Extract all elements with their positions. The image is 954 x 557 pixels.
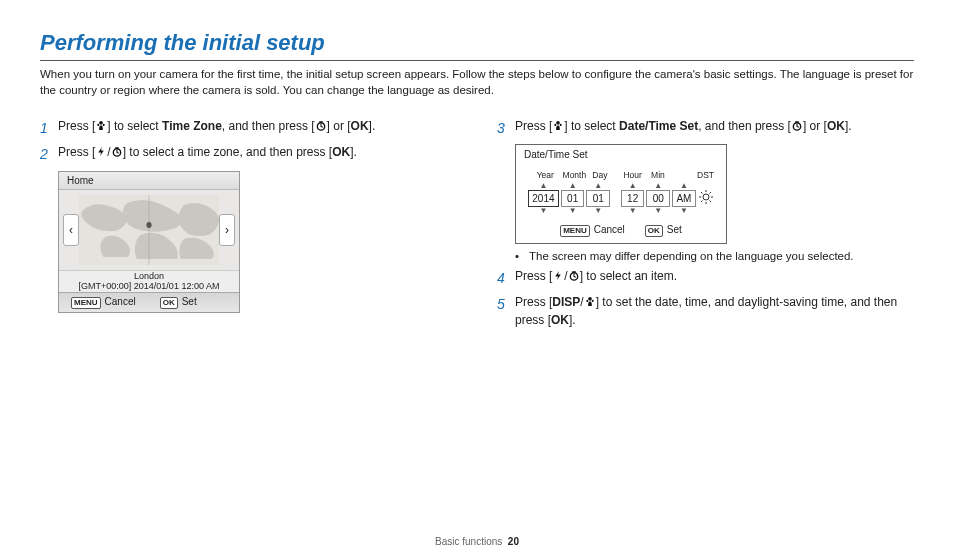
step-number: 2 (40, 144, 58, 164)
cancel-button[interactable]: MENUCancel (71, 296, 136, 309)
timer-icon (791, 120, 803, 131)
cancel-button[interactable]: MENUCancel (560, 224, 625, 237)
timezone-title: Home (59, 172, 239, 190)
svg-line-13 (701, 201, 703, 203)
world-map-svg (79, 195, 219, 265)
datetime-title: Date/Time Set (516, 145, 726, 164)
svg-line-12 (709, 201, 711, 203)
intro-text: When you turn on your camera for the fir… (40, 67, 914, 98)
month-spinner[interactable]: ▲01▼ (561, 182, 585, 215)
step-5: 5 Press [DISP/] to set the date, time, a… (497, 294, 914, 329)
step-number: 1 (40, 118, 58, 138)
day-spinner[interactable]: ▲01▼ (586, 182, 610, 215)
menu-label-icon: MENU (560, 225, 590, 237)
ampm-spinner[interactable]: ▲AM▼ (672, 182, 696, 215)
menu-label-icon: MENU (71, 297, 101, 309)
flash-icon (552, 270, 564, 281)
svg-line-14 (709, 192, 711, 194)
left-column: 1 Press [] to select Time Zone, and then… (40, 118, 457, 335)
timezone-footer: MENUCancel OKSet (59, 292, 239, 312)
timer-icon (315, 120, 327, 131)
dst-toggle[interactable] (698, 180, 714, 216)
ok-icon: OK (551, 313, 569, 327)
timezone-gmt: [GMT+00:00] 2014/01/01 12:00 AM (59, 282, 239, 292)
ok-icon: OK (332, 145, 350, 159)
timer-icon (111, 146, 123, 157)
disp-icon: DISP (552, 295, 580, 309)
datetime-row: ▲2014▼ ▲01▼ ▲01▼ ▲12▼ ▲00▼ ▲AM▼ (516, 180, 726, 220)
ok-label-icon: OK (160, 297, 178, 309)
map-left-arrow[interactable]: ‹ (63, 214, 79, 246)
step-2: 2 Press [/] to select a time zone, and t… (40, 144, 457, 164)
page-footer: Basic functions 20 (0, 536, 954, 547)
set-button[interactable]: OKSet (645, 224, 682, 237)
step-number: 5 (497, 294, 515, 329)
map-right-arrow[interactable]: › (219, 214, 235, 246)
timezone-city-block: London [GMT+00:00] 2014/01/01 12:00 AM (59, 270, 239, 293)
min-spinner[interactable]: ▲00▼ (646, 182, 670, 215)
flash-icon (95, 146, 107, 157)
world-map: ‹ › (59, 190, 239, 270)
datetime-screenshot: Date/Time Set Year Month Day Hour Min DS… (515, 144, 727, 244)
svg-point-6 (703, 194, 709, 200)
year-spinner[interactable]: ▲2014▼ (528, 182, 559, 215)
right-column: 3 Press [] to select Date/Time Set, and … (497, 118, 914, 335)
note-bullet: • The screen may differ depending on the… (515, 250, 914, 262)
macro-icon (95, 120, 107, 131)
ok-icon: OK (827, 119, 845, 133)
svg-line-11 (701, 192, 703, 194)
step-4: 4 Press [/] to select an item. (497, 268, 914, 288)
macro-icon (552, 120, 564, 131)
sun-icon (699, 190, 713, 204)
page-title: Performing the initial setup (40, 30, 914, 56)
step-number: 4 (497, 268, 515, 288)
hour-spinner[interactable]: ▲12▼ (621, 182, 645, 215)
macro-icon (584, 296, 596, 307)
datetime-footer: MENUCancel OKSet (516, 220, 726, 243)
datetime-headers: Year Month Day Hour Min DST (516, 164, 726, 180)
step-number: 3 (497, 118, 515, 138)
set-button[interactable]: OKSet (160, 296, 197, 309)
svg-point-4 (146, 222, 151, 228)
title-rule (40, 60, 914, 61)
step-1: 1 Press [] to select Time Zone, and then… (40, 118, 457, 138)
step-3: 3 Press [] to select Date/Time Set, and … (497, 118, 914, 138)
ok-icon: OK (351, 119, 369, 133)
timezone-screenshot: Home ‹ (58, 171, 240, 313)
ok-label-icon: OK (645, 225, 663, 237)
timer-icon (568, 270, 580, 281)
